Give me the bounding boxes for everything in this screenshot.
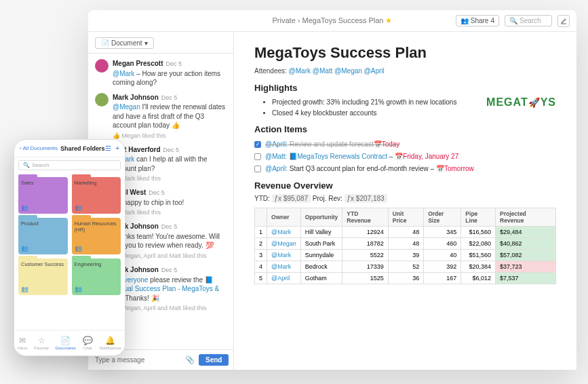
folder-marketing[interactable]: Marketing👥 — [72, 177, 121, 214]
action-items-list: ✓@April: Review and update forecast📅Toda… — [254, 138, 556, 175]
msg-date: Dec 5 — [161, 94, 178, 102]
table-row[interactable]: 4@MarkBedrock1733952392$20,384$37,723 — [255, 261, 556, 273]
phone-search-input[interactable]: 🔍 Search — [18, 160, 121, 170]
msg-date: Dec 5 — [161, 223, 178, 231]
tab-inbox[interactable]: ✉Inbox — [18, 336, 28, 350]
people-icon: 👥 — [460, 17, 469, 24]
folders-grid: Sales👥Marketing👥Product👥Human Resources … — [14, 173, 125, 299]
msg-text: @Megan I'll review the renewal dates and… — [113, 102, 227, 130]
message-input[interactable] — [95, 356, 181, 364]
phone-tabbar: ✉Inbox☆Favorite📄Documents💬Chat🔔Notificat… — [14, 330, 125, 356]
msg-text: @Mark – How are your action items coming… — [113, 69, 227, 88]
tab-icon: 💬 — [83, 336, 93, 345]
people-icon: 👥 — [75, 204, 82, 211]
avatar — [95, 59, 109, 73]
like-indicator: 👍 Megan, April and Matt liked this — [113, 252, 227, 260]
action-item[interactable]: @April: Start Q3 account plan for end-of… — [254, 163, 556, 175]
megatoys-logo: MEGAT🚀YS — [486, 96, 556, 109]
highlights-heading: Highlights — [254, 83, 556, 93]
checkbox[interactable] — [254, 153, 261, 160]
folder-cs[interactable]: Customer Success👥 — [18, 258, 68, 295]
list-item: Closed 4 key blockbuster accounts — [272, 108, 556, 119]
back-button[interactable]: ‹ All Documents — [20, 145, 58, 151]
document-pane[interactable]: MegaToys Success Plan Attendees: @Mark @… — [234, 32, 576, 370]
column-header: Pipe Line — [461, 208, 496, 227]
list-view-icon[interactable]: ☰ — [105, 145, 111, 152]
msg-date: Dec 5 — [149, 189, 165, 197]
tab-documents[interactable]: 📄Documents — [56, 336, 76, 350]
folder-product[interactable]: Product👥 — [18, 218, 68, 254]
folder-eng[interactable]: Engineering👥 — [72, 258, 121, 295]
author-name: Mark Johnson — [113, 93, 159, 102]
like-indicator: 👍 Megan, April and Matt liked this — [113, 304, 227, 312]
add-icon[interactable]: + — [115, 145, 119, 152]
people-icon: 👥 — [75, 245, 82, 252]
column-header: YTD Revenue — [342, 208, 388, 227]
phone-title: Shared Folders — [60, 145, 105, 152]
tab-icon: ☆ — [38, 336, 45, 345]
topbar: Private › MegaToys Success Plan ★ 👥 Shar… — [88, 10, 576, 32]
column-header: Order Size — [424, 208, 461, 227]
checkbox[interactable]: ✓ — [254, 141, 261, 148]
tab-chat[interactable]: 💬Chat — [83, 336, 93, 350]
table-row[interactable]: 2@MeganSouth Park1878248460$22,080$40,86… — [255, 238, 556, 250]
star-icon[interactable]: ★ — [385, 16, 392, 24]
send-button[interactable]: Send — [199, 354, 229, 366]
column-header: Unit Price — [388, 208, 423, 227]
msg-date: Dec 5 — [165, 60, 182, 68]
page-title: MegaToys Success Plan — [254, 44, 556, 62]
search-input[interactable]: 🔍 Search — [505, 15, 552, 26]
people-icon: 👥 — [21, 245, 28, 252]
search-icon: 🔍 — [23, 162, 30, 168]
revenue-table: OwnerOpportunityYTD RevenueUnit PriceOrd… — [254, 208, 556, 284]
column-header: Opportunity — [300, 208, 342, 227]
author-name: Megan Prescott — [113, 59, 163, 69]
tab-icon: 📄 — [60, 336, 71, 345]
people-icon: 👥 — [75, 286, 82, 292]
tab-icon: ✉ — [19, 336, 26, 345]
chat-message[interactable]: Megan PrescottDec 5@Mark – How are your … — [88, 56, 233, 90]
laptop-window: Private › MegaToys Success Plan ★ 👥 Shar… — [88, 10, 576, 370]
msg-text: @Mark can I help at all with the account… — [113, 155, 227, 173]
like-indicator: 👍 Mark liked this — [113, 208, 227, 216]
revenue-heading: Revenue Overview — [254, 180, 556, 191]
table-row[interactable]: 3@MarkSunnydale55223940$51,560$57,082 — [255, 250, 556, 261]
column-header — [255, 208, 267, 227]
people-icon: 👥 — [21, 286, 28, 292]
chat-message[interactable]: Mark JohnsonDec 5@Megan I'll review the … — [88, 90, 233, 142]
table-row[interactable]: 5@AprilGotham152536167$6,012$7,537 — [255, 273, 556, 284]
chevron-down-icon: ▾ — [144, 39, 148, 47]
avatar — [95, 93, 109, 107]
msg-text: I'm happy to chip in too! — [113, 198, 227, 208]
column-header: Owner — [267, 208, 301, 227]
document-selector[interactable]: 📄 Document ▾ — [95, 37, 154, 49]
tab-icon: 🔔 — [105, 336, 115, 345]
breadcrumb[interactable]: Private › MegaToys Success Plan ★ — [273, 16, 393, 25]
share-button[interactable]: 👥 Share 4 — [456, 15, 499, 26]
people-icon: 👥 — [21, 204, 28, 211]
action-items-heading: Action Items — [254, 124, 556, 134]
msg-date: Dec 5 — [163, 146, 180, 154]
msg-text: @Everyone please review the 📘Mutual Succ… — [113, 275, 227, 303]
folder-hr[interactable]: Human Resources (HR)👥 — [72, 218, 121, 254]
like-indicator: 👍 Mark liked this — [113, 174, 227, 183]
action-item[interactable]: @Matt: 📘MegaToys Renewals Contract – 📅Fr… — [254, 151, 556, 163]
tab-notifications[interactable]: 🔔Notifications — [99, 336, 121, 350]
phone-window: ‹ All Documents Shared Folders ☰ + 🔍 Sea… — [14, 139, 125, 356]
msg-text: Thanks team! You're awesome. Will ask yo… — [113, 232, 227, 250]
checkbox[interactable] — [254, 166, 261, 172]
compose-button[interactable] — [557, 15, 570, 27]
attach-icon[interactable]: 📎 — [185, 356, 195, 364]
msg-date: Dec 5 — [161, 266, 178, 274]
compose-icon — [560, 18, 567, 24]
ytd-summary: YTD: ƒx $95,087 Proj. Rev: ƒx $207,183 — [254, 195, 556, 202]
tab-favorite[interactable]: ☆Favorite — [34, 336, 49, 350]
column-header: Projected Revenue — [496, 208, 556, 227]
doc-icon: 📄 — [101, 39, 109, 47]
action-item[interactable]: ✓@April: Review and update forecast📅Toda… — [254, 138, 556, 151]
like-indicator: 👍 Megan liked this — [113, 132, 227, 140]
table-row[interactable]: 1@MarkHill Valley1292448345$16,560$29,48… — [255, 227, 556, 238]
attendees-row: Attendees: @Mark @Matt @Megan @April — [254, 67, 556, 75]
folder-sales[interactable]: Sales👥 — [18, 177, 68, 214]
search-icon: 🔍 — [509, 17, 517, 24]
